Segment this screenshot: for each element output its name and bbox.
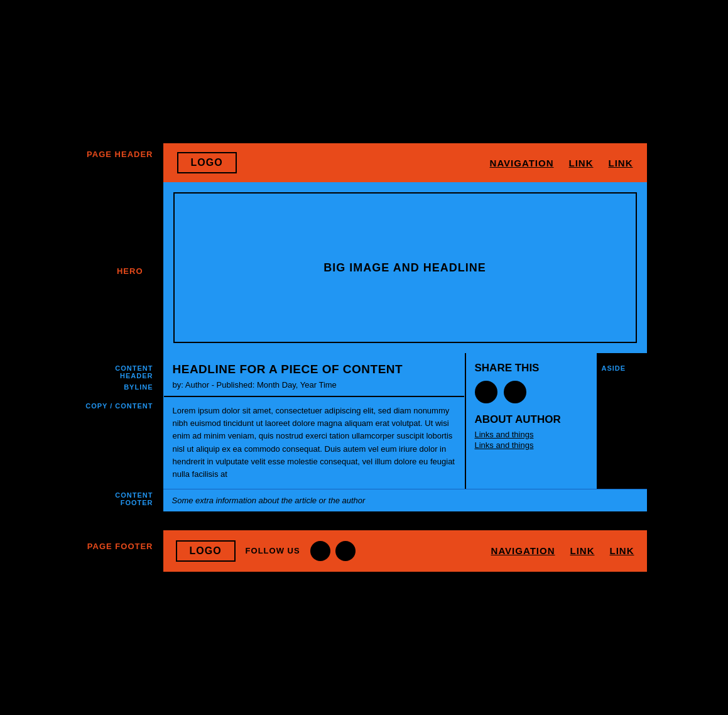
aside-label-col: ASIDE [597,353,647,489]
article-column: HEADLINE FOR A PIECE OF CONTENT by: Auth… [163,353,465,489]
article-byline: by: Author - Published: Month Day, Year … [173,380,455,390]
about-title: ABOUT AUTHOR [475,413,588,426]
aside-panel: SHARE THIS ABOUT AUTHOR Links and things… [465,353,597,489]
page-header-label: PAGE HEADER [82,143,163,182]
hero-label: HERO [72,260,153,276]
hero-section: BIG IMAGE AND HEADLINE [163,182,647,353]
footer-left: LOGO FOLLOW US [176,540,356,562]
social-circle-1[interactable] [475,381,497,403]
footer-nav-navigation[interactable]: NAVIGATION [491,545,555,556]
article-footer: Some extra information about the article… [163,489,647,511]
social-circle-2[interactable] [504,381,526,403]
footer-circle-2[interactable] [335,541,356,561]
footer-circle-1[interactable] [310,541,330,561]
aside-label: ASIDE [597,353,647,372]
article-headline: HEADLINE FOR A PIECE OF CONTENT [173,363,455,376]
aside-link-2[interactable]: Links and things [475,440,588,450]
article-main: HEADLINE FOR A PIECE OF CONTENT by: Auth… [163,353,647,511]
nav-link-1[interactable]: LINK [569,158,594,168]
copy-label: COPY / CONTENT [82,395,163,486]
nav-link-navigation[interactable]: NAVIGATION [490,158,554,168]
article-header: HEADLINE FOR A PIECE OF CONTENT by: Auth… [164,354,464,397]
footer-nav-link-1[interactable]: LINK [570,545,595,556]
header-logo: LOGO [177,152,237,173]
footer-nav: NAVIGATION LINK LINK [491,545,634,556]
footer-social-circles [310,541,356,561]
content-footer-label: CONTENT FOOTER [82,486,163,511]
footer-logo: LOGO [176,540,236,562]
byline-label: BYLINE [82,383,163,395]
content-labels: CONTENT HEADER BYLINE COPY / CONTENT CON… [82,353,163,511]
article-copy: Lorem ipsum dolor sit amet, consectetuer… [164,397,464,488]
nav-link-2[interactable]: LINK [609,158,633,168]
follow-us-label: FOLLOW US [246,546,300,555]
social-circles [475,381,588,403]
share-title: SHARE THIS [475,362,588,374]
header-bar: LOGO NAVIGATION LINK LINK [163,143,647,182]
footer-nav-link-2[interactable]: LINK [610,545,634,556]
aside-link-1[interactable]: Links and things [475,430,588,439]
hero-inner: BIG IMAGE AND HEADLINE [173,192,637,343]
hero-text: BIG IMAGE AND HEADLINE [323,261,486,275]
footer-bar: LOGO FOLLOW US NAVIGATION LINK LINK [163,530,647,572]
content-header-label: CONTENT HEADER [82,353,163,383]
header-nav: NAVIGATION LINK LINK [490,158,633,168]
page-footer-label: PAGE FOOTER [82,530,163,572]
